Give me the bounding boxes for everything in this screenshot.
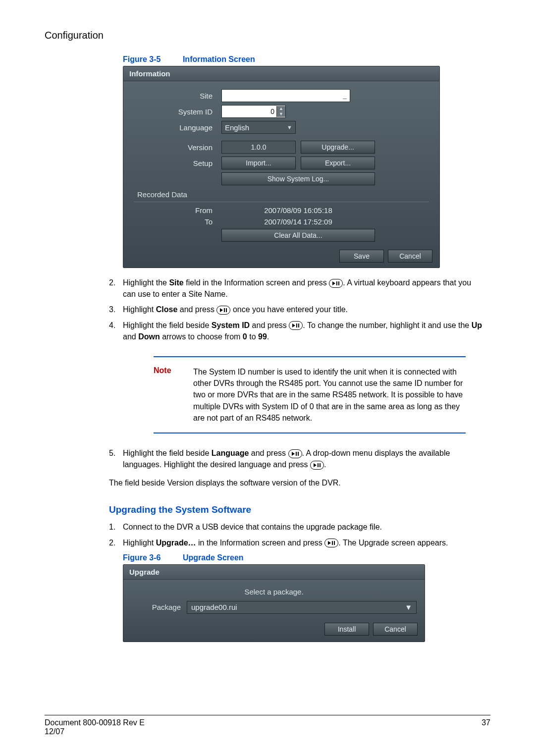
version-note: The field beside Version displays the so… bbox=[109, 477, 485, 488]
play-pause-icon bbox=[310, 461, 324, 470]
stepper-down-icon[interactable]: ▼ bbox=[276, 111, 285, 117]
note-label: Note bbox=[154, 366, 193, 424]
page-number: 37 bbox=[482, 718, 490, 736]
step-number: 3. bbox=[109, 304, 123, 315]
language-value: English bbox=[225, 123, 249, 132]
figure-caption-2: Figure 3-6 Upgrade Screen bbox=[123, 553, 490, 562]
language-select[interactable]: English ▼ bbox=[221, 121, 296, 134]
install-button[interactable]: Install bbox=[324, 623, 369, 636]
page-footer: Document 800-00918 Rev E 12/07 37 bbox=[45, 715, 490, 736]
import-button[interactable]: Import... bbox=[221, 157, 296, 169]
to-value: 2007/09/14 17:52:09 bbox=[221, 217, 375, 226]
dialog-title: Upgrade bbox=[123, 565, 425, 580]
package-select[interactable]: upgrade00.rui ▼ bbox=[187, 601, 417, 614]
list-item: 5. Highlight the field beside Language a… bbox=[109, 447, 485, 470]
step-number: 1. bbox=[109, 521, 123, 533]
note-text: The System ID number is used to identify… bbox=[193, 366, 466, 424]
page-header: Configuration bbox=[45, 30, 490, 41]
upgrade-dialog: Upgrade Select a package. Package upgrad… bbox=[123, 564, 425, 642]
doc-id: Document 800-00918 Rev E bbox=[45, 718, 145, 727]
instruction-list-2: 5. Highlight the field beside Language a… bbox=[109, 447, 485, 470]
upgrade-heading: Upgrading the System Software bbox=[109, 504, 490, 515]
dialog-title: Information bbox=[123, 66, 439, 81]
instruction-list-3: 1. Connect to the DVR a USB device that … bbox=[109, 521, 485, 548]
version-value: 1.0.0 bbox=[221, 141, 296, 154]
instruction-list-1: 2. Highlight the Site field in the Infor… bbox=[109, 277, 485, 342]
play-pause-icon bbox=[288, 449, 302, 458]
stepper-up-icon[interactable]: ▲ bbox=[276, 106, 285, 111]
information-dialog: Information Site _ System ID 0 ▲ ▼ Langu… bbox=[123, 66, 440, 268]
package-value: upgrade00.rui bbox=[191, 603, 237, 611]
figure-number: Figure 3-5 bbox=[123, 55, 160, 63]
note-block: Note The System ID number is used to ide… bbox=[154, 356, 466, 433]
step-number: 4. bbox=[109, 320, 123, 342]
play-pause-icon bbox=[289, 321, 303, 330]
figure-caption-1: Figure 3-5 Information Screen bbox=[123, 55, 490, 64]
chevron-down-icon: ▼ bbox=[405, 603, 412, 611]
systemid-value: 0 bbox=[222, 106, 276, 117]
upgrade-prompt: Select a package. bbox=[131, 588, 417, 596]
figure-title: Information Screen bbox=[183, 55, 255, 63]
list-item: 4. Highlight the field beside System ID … bbox=[109, 320, 485, 342]
show-system-log-button[interactable]: Show System Log... bbox=[221, 172, 375, 185]
site-input[interactable]: _ bbox=[221, 89, 350, 102]
cursor-icon: _ bbox=[343, 92, 347, 100]
cancel-button[interactable]: Cancel bbox=[373, 623, 418, 636]
list-item: 2. Highlight Upgrade… in the Information… bbox=[109, 537, 485, 548]
figure-number: Figure 3-6 bbox=[123, 553, 160, 562]
export-button[interactable]: Export... bbox=[301, 157, 375, 169]
upgrade-button[interactable]: Upgrade... bbox=[301, 141, 375, 154]
to-label: To bbox=[132, 217, 221, 226]
from-label: From bbox=[132, 206, 221, 215]
play-pause-icon bbox=[216, 306, 230, 315]
doc-date: 12/07 bbox=[45, 727, 145, 736]
from-value: 2007/08/09 16:05:18 bbox=[221, 206, 375, 215]
play-pause-icon bbox=[329, 279, 343, 288]
list-item: 3. Highlight Close and press once you ha… bbox=[109, 304, 485, 315]
cancel-button[interactable]: Cancel bbox=[388, 250, 432, 263]
figure-title: Upgrade Screen bbox=[183, 553, 244, 562]
recorded-data-heading: Recorded Data bbox=[137, 190, 430, 199]
step-number: 5. bbox=[109, 447, 123, 470]
play-pause-icon bbox=[324, 539, 338, 547]
clear-all-data-button[interactable]: Clear All Data... bbox=[221, 229, 375, 242]
save-button[interactable]: Save bbox=[339, 250, 384, 263]
package-label: Package bbox=[131, 603, 181, 611]
setup-label: Setup bbox=[132, 159, 221, 167]
step-number: 2. bbox=[109, 537, 123, 548]
list-item: 2. Highlight the Site field in the Infor… bbox=[109, 277, 485, 300]
version-label: Version bbox=[132, 143, 221, 152]
site-label: Site bbox=[132, 92, 221, 100]
list-item: 1. Connect to the DVR a USB device that … bbox=[109, 521, 485, 533]
systemid-label: System ID bbox=[132, 108, 221, 116]
systemid-stepper[interactable]: 0 ▲ ▼ bbox=[221, 105, 286, 118]
language-label: Language bbox=[132, 123, 221, 132]
step-number: 2. bbox=[109, 277, 123, 300]
chevron-down-icon: ▼ bbox=[287, 124, 292, 130]
